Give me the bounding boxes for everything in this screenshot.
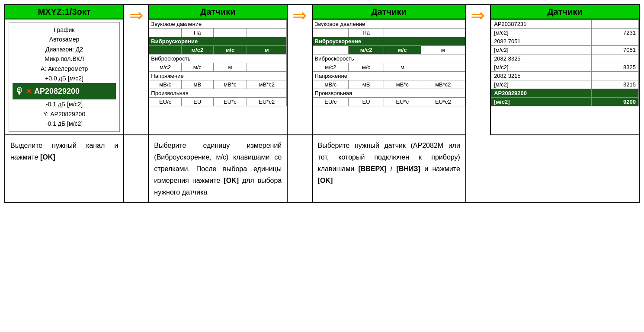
panel2-vibro-c1	[149, 46, 182, 54]
panel3-vibros-header: Виброскорость	[313, 54, 465, 63]
panel3-sound-c4	[421, 29, 465, 37]
panel3-sensor-table-wrap: Звуковое давление Па Виброускорение	[313, 19, 465, 106]
panel2-sensor-table: Звуковое давление Па Виброускорение	[149, 19, 287, 106]
panel4-row-5: [м/с2] 8325	[491, 63, 639, 72]
panel3-vibro-header-row: Виброускорение	[313, 37, 465, 46]
bottom-text-3-mid: /	[391, 165, 397, 172]
bottom-text-3-bold2: [ВНИЗ]	[397, 165, 420, 172]
panel2-arb-c2: EU	[181, 98, 213, 106]
panel2-arb-header-row: Произвольная	[149, 89, 287, 98]
panel2-sound-c4	[247, 29, 287, 37]
panel2-arb-row: EU/с EU EU*с EU*с2	[149, 98, 287, 106]
bottom-text-1-bold: [OK]	[40, 153, 55, 161]
panel2-vibros-header-row: Виброскорость	[149, 54, 287, 63]
panel4-row2-c1: 2082 7051	[491, 37, 592, 46]
panel2-voltage-row: мВ/с мВ мВ*с мВ*с2	[149, 80, 287, 89]
panel4-header: Датчики	[491, 5, 639, 19]
panel2-voltage-c1: мВ/с	[149, 80, 182, 89]
panel3-voltage-c3: мВ*с	[384, 80, 421, 89]
panel3-arb-c2: EU	[349, 98, 384, 106]
panel1-device-below-3: -0.1 дБ [м/с2]	[13, 119, 116, 128]
arrow-icon-2: ⇒	[292, 6, 307, 25]
main-table: МХYZ:1/3окт График Автозамер Диапазон: Д…	[4, 4, 640, 203]
panel2-arb-c3: EU*с	[213, 98, 247, 106]
panel4-row8-c1: АР20829200	[491, 89, 592, 98]
panel1-device-name: АР20829200	[34, 85, 80, 98]
panel2-section-sound: Звуковое давление	[149, 20, 287, 29]
bottom-row: Выделите нужный канал и нажмите [OK] Выб…	[5, 135, 639, 203]
panel4-row-7: [м/с2] 3215	[491, 80, 639, 89]
panel3-vibros-c2: м/с	[349, 63, 384, 72]
panel4-row7-c2: 3215	[591, 80, 638, 89]
panel4-row1-c2: 7231	[591, 29, 638, 37]
panel2-arb-c4: EU*с2	[247, 98, 287, 106]
panel2-header: Датчики	[149, 5, 287, 19]
panel4-sensor-list: АР20387231 [м/с2] 7231 2082 7051 [м/с2] …	[491, 19, 639, 106]
panel2-vibros-header: Виброскорость	[149, 54, 287, 63]
panel4-row9-c2: 9200	[591, 98, 638, 106]
panel1-line-3: Диапазон: Д2	[13, 45, 116, 54]
panel4-row4-c2	[591, 54, 638, 63]
panel3-vibros-c1: м/с2	[313, 63, 349, 72]
panel4-row-8: АР20829200	[491, 89, 639, 98]
panel4-row9-c1: [м/с2]	[491, 98, 592, 106]
panel3-vibro-header: Виброускорение	[313, 37, 465, 46]
panel1-line-4: Микр.пол.ВКЛ	[13, 54, 116, 64]
panel2-vibros-c3: м	[213, 63, 247, 72]
panel2-sound-row: Па	[149, 29, 287, 37]
panel4-row-0: АР20387231	[491, 20, 639, 29]
panel3-vibros-row: м/с2 м/с м	[313, 63, 465, 72]
panel2-vibros-c1: м/с2	[149, 63, 182, 72]
panel3-arb-row: EU/с EU EU*с EU*с2	[313, 98, 465, 106]
panel1-line-1: График	[13, 25, 116, 35]
panel4-row1-c1: [м/с2]	[491, 29, 592, 37]
bottom-text-2: Выберите единицу измерений (Виброускорен…	[148, 135, 287, 203]
panel4-row-2: 2082 7051	[491, 37, 639, 46]
panel1-line-5: А: Акселерометр	[13, 64, 116, 73]
bottom-text-2-bold: [OK]	[224, 177, 239, 184]
bottom-text-1-pre: Выделите нужный канал и нажмите	[10, 142, 118, 161]
arrow-3: ⇒	[466, 5, 490, 135]
panel4-row5-c1: [м/с2]	[491, 63, 592, 72]
panel3-sound-header: Звуковое давление	[313, 20, 465, 29]
panel1-device-below-1: -0.1 дБ [м/с2]	[13, 99, 116, 109]
panel2-voltage-header: Напряжение	[149, 72, 287, 80]
arrow-icon-3: ⇒	[471, 6, 485, 25]
panel2-sensor-table-wrap: Звуковое давление Па Виброускорение	[149, 19, 287, 106]
panel2-arb-header: Произвольная	[149, 89, 287, 98]
panel2-vibro-c3: м/с	[213, 46, 247, 54]
panel3-sound-c1	[313, 29, 349, 37]
panel2-vibro-c2: м/с2	[181, 46, 213, 54]
bottom-arrow-spacer	[124, 135, 148, 203]
panel3-section-sound: Звуковое давление	[313, 20, 465, 29]
panel4-row5-c2: 8325	[591, 63, 638, 72]
panel3-voltage-row: мВ/с мВ мВ*с мВ*с2	[313, 80, 465, 89]
panel2-vibro-row: м/с2 м/с м	[149, 46, 287, 54]
bottom-text-3-post: и нажмите	[424, 165, 460, 172]
panel4-sensor-list-wrap: АР20387231 [м/с2] 7231 2082 7051 [м/с2] …	[491, 19, 639, 106]
panel1-inner: График Автозамер Диапазон: Д2 Микр.пол.В…	[9, 22, 120, 132]
panel3-voltage-header: Напряжение	[313, 72, 465, 80]
panel3-voltage-c2: мВ	[349, 80, 384, 89]
bottom-arrow-spacer-2	[287, 135, 312, 203]
panel3-voltage-header-row: Напряжение	[313, 72, 465, 80]
panel4-row0-c1: АР20387231	[491, 20, 592, 29]
arrow-2: ⇒	[287, 5, 312, 135]
microphone-icon: 🎙	[15, 84, 24, 98]
bottom-text-3-bold3: [OK]	[318, 177, 333, 184]
x-badge: ✕	[26, 86, 32, 96]
panel3-arb-c1: EU/с	[313, 98, 349, 106]
panel4-row3-c1: [м/с2]	[491, 46, 592, 54]
bottom-text-3: Выберите нужный датчик (АР2082М или тот,…	[312, 135, 466, 203]
panel3-sound-c3	[384, 29, 421, 37]
panel1-line-2: Автозамер	[13, 35, 116, 44]
panel3-vibro-row: м/с2 м/с м	[313, 46, 465, 54]
panel2-sound-c1	[149, 29, 182, 37]
panel2-vibros-row: м/с2 м/с м	[149, 63, 287, 72]
panel4-row3-c2: 7051	[591, 46, 638, 54]
panel2-voltage-c2: мВ	[181, 80, 213, 89]
panel-3: Датчики Звуковое давление Па Виб	[312, 5, 466, 135]
panel2-vibros-c4	[247, 63, 287, 72]
panel4-row-9: [м/с2] 9200	[491, 98, 639, 106]
panel3-vibro-c1	[313, 46, 349, 54]
